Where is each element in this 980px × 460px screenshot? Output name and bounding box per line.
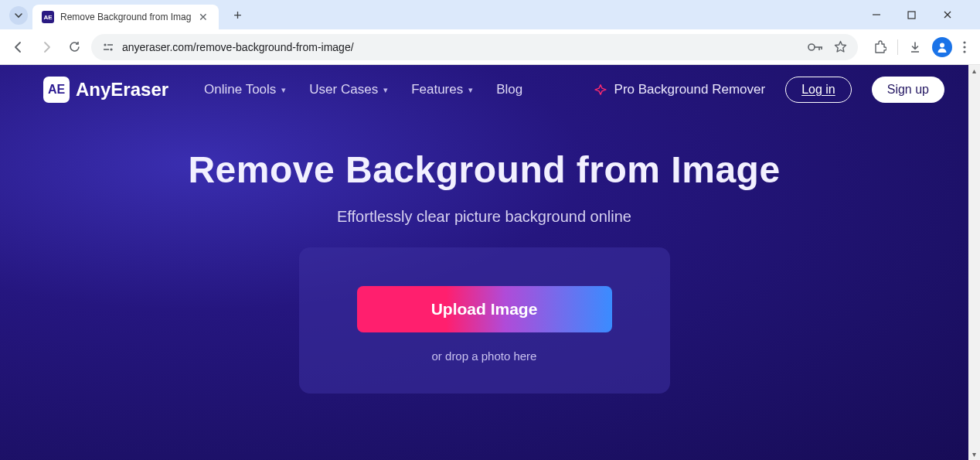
- signup-button[interactable]: Sign up: [872, 77, 944, 103]
- chevron-down-icon: ▾: [281, 85, 286, 95]
- logo-mark: AE: [43, 77, 70, 103]
- svg-rect-1: [908, 12, 915, 19]
- downloads-icon[interactable]: [909, 41, 921, 53]
- new-tab-button[interactable]: +: [226, 5, 248, 26]
- pro-label: Pro Background Remover: [614, 82, 766, 97]
- tablist-dropdown[interactable]: [9, 6, 28, 25]
- svg-point-13: [963, 46, 965, 48]
- nav-label: User Cases: [309, 82, 378, 97]
- tab-strip: AE Remove Background from Imag ✕ +: [0, 0, 980, 29]
- upload-dropzone[interactable]: Upload Image or drop a photo here: [299, 247, 670, 394]
- site-settings-icon[interactable]: [102, 42, 114, 53]
- toolbar-right: [864, 37, 972, 57]
- close-window-button[interactable]: [943, 10, 965, 19]
- login-button[interactable]: Log in: [785, 77, 852, 103]
- svg-point-11: [940, 43, 944, 47]
- nav-features[interactable]: Features ▾: [411, 82, 473, 97]
- window-controls: [872, 0, 975, 29]
- site-header: AE AnyEraser Online Tools ▾ User Cases ▾…: [0, 65, 980, 114]
- forward-button[interactable]: [36, 36, 57, 58]
- browser-window: AE Remove Background from Imag ✕ +: [0, 0, 980, 460]
- person-icon: [936, 41, 948, 53]
- scrollbar[interactable]: ▴ ▾: [968, 65, 980, 460]
- nav-label: Blog: [496, 82, 522, 97]
- hero: Remove Background from Image Effortlessl…: [0, 114, 980, 394]
- bookmark-star-icon[interactable]: [834, 40, 847, 53]
- kebab-menu-icon[interactable]: [963, 41, 966, 53]
- chevron-down-icon: ▾: [383, 85, 388, 95]
- svg-point-4: [110, 48, 112, 50]
- sparkle-icon: [594, 84, 607, 95]
- browser-toolbar: [0, 29, 980, 65]
- svg-point-2: [104, 43, 106, 46]
- toolbar-divider: [897, 39, 898, 55]
- minimize-icon: [872, 10, 881, 19]
- pro-link[interactable]: Pro Background Remover: [594, 82, 766, 97]
- browser-tab[interactable]: AE Remove Background from Imag ✕: [32, 5, 219, 29]
- address-bar-actions: [808, 40, 847, 53]
- upload-button[interactable]: Upload Image: [357, 286, 612, 332]
- close-icon[interactable]: ✕: [197, 11, 209, 23]
- address-bar[interactable]: [91, 34, 858, 60]
- back-button[interactable]: [8, 36, 29, 58]
- nav-label: Online Tools: [204, 82, 276, 97]
- nav-label: Features: [411, 82, 463, 97]
- url-input[interactable]: [122, 41, 800, 53]
- page-subtitle: Effortlessly clear picture background on…: [0, 208, 968, 226]
- tab-title: Remove Background from Imag: [60, 12, 191, 22]
- logo-text: AnyEraser: [76, 79, 168, 101]
- svg-point-12: [963, 41, 965, 43]
- svg-point-14: [963, 50, 965, 53]
- nav-blog[interactable]: Blog: [496, 82, 522, 97]
- arrow-right-icon: [39, 40, 53, 54]
- chevron-down-icon: [14, 11, 23, 20]
- arrow-left-icon: [12, 40, 26, 54]
- page-title: Remove Background from Image: [0, 148, 968, 191]
- scroll-up-arrow[interactable]: ▴: [968, 65, 980, 77]
- close-icon: [943, 10, 952, 19]
- minimize-button[interactable]: [872, 10, 893, 19]
- svg-point-6: [808, 44, 815, 50]
- profile-avatar[interactable]: [932, 37, 952, 57]
- password-key-icon[interactable]: [808, 43, 823, 52]
- nav-online-tools[interactable]: Online Tools ▾: [204, 82, 286, 97]
- tab-favicon: AE: [42, 11, 54, 23]
- main-nav: Online Tools ▾ User Cases ▾ Features ▾ B…: [204, 82, 522, 97]
- dropzone-hint: or drop a photo here: [330, 349, 639, 363]
- page-content: AE AnyEraser Online Tools ▾ User Cases ▾…: [0, 65, 980, 460]
- nav-user-cases[interactable]: User Cases ▾: [309, 82, 388, 97]
- reload-icon: [68, 40, 81, 53]
- maximize-button[interactable]: [907, 11, 929, 19]
- scroll-down-arrow[interactable]: ▾: [968, 448, 980, 460]
- maximize-icon: [907, 11, 916, 19]
- chevron-down-icon: ▾: [468, 85, 473, 95]
- extensions-icon[interactable]: [873, 40, 886, 53]
- reload-button[interactable]: [63, 36, 85, 58]
- logo[interactable]: AE AnyEraser: [43, 77, 168, 103]
